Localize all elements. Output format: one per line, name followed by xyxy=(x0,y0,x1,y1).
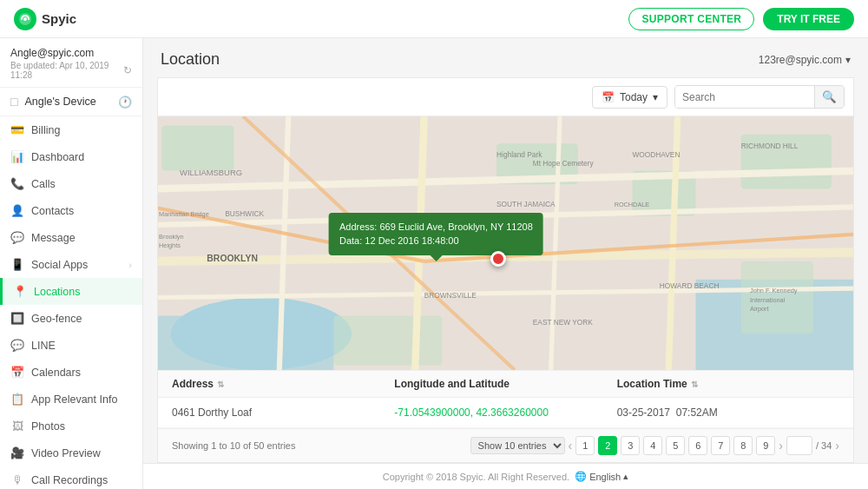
chevron-down-icon: ▾ xyxy=(653,91,658,103)
prev-page-icon[interactable]: ‹ xyxy=(569,439,573,453)
svg-text:Highland Park: Highland Park xyxy=(496,150,542,159)
nav-icon-line: 💬 xyxy=(10,339,24,352)
nav-label-social-apps: Social Apps xyxy=(31,259,88,271)
svg-text:Manhattan Bridge: Manhattan Bridge xyxy=(159,210,209,218)
cell-coords: -71.0543900000, 42.3663260000 xyxy=(394,406,616,419)
goto-page-icon[interactable]: › xyxy=(835,439,839,453)
sidebar-item-social-apps[interactable]: 📱 Social Apps › xyxy=(0,251,142,278)
support-center-button[interactable]: SUPPORT CENTER xyxy=(628,8,754,30)
calendar-icon: 📅 xyxy=(602,91,615,103)
page-7-button[interactable]: 7 xyxy=(711,436,730,455)
page-4-button[interactable]: 4 xyxy=(643,436,662,455)
page-jump-input[interactable] xyxy=(786,436,812,455)
sidebar-item-dashboard[interactable]: 📊 Dashboard xyxy=(0,143,142,170)
svg-rect-6 xyxy=(161,125,233,170)
logo: Spyic xyxy=(14,8,76,30)
page-total: / 34 xyxy=(816,440,832,451)
nav-label-video-preview: Video Preview xyxy=(31,447,101,459)
nav-icon-social-apps: 📱 xyxy=(10,258,24,271)
sort-icon-2[interactable]: ⇅ xyxy=(691,380,698,389)
table-row: 0461 Dorthy Loaf -71.0543900000, 42.3663… xyxy=(158,398,853,428)
sidebar-user-info: Angle@spyic.com Be updated: Apr 10, 2019… xyxy=(0,38,142,88)
device-icon: □ xyxy=(10,95,17,109)
svg-text:John F. Kennedy: John F. Kennedy xyxy=(750,287,798,294)
nav-label-contacts: Contacts xyxy=(31,205,74,217)
sidebar-item-call-recordings[interactable]: 🎙 Call Recordings xyxy=(0,466,142,489)
svg-text:HOWARD BEACH: HOWARD BEACH xyxy=(660,281,720,290)
language-selector[interactable]: 🌐 English ▴ xyxy=(575,471,628,482)
sidebar-item-video-preview[interactable]: 🎥 Video Preview xyxy=(0,439,142,466)
date-label: Today xyxy=(620,91,648,103)
search-box: 🔍 xyxy=(674,85,845,109)
svg-text:Airport: Airport xyxy=(750,305,769,313)
cell-address: 0461 Dorthy Loaf xyxy=(172,406,394,419)
last-updated: Be updated: Apr 10, 2019 11:28 ↻ xyxy=(10,61,132,80)
page-5-button[interactable]: 5 xyxy=(666,436,685,455)
svg-text:Mt Hope Cemetery: Mt Hope Cemetery xyxy=(533,159,595,168)
svg-text:Brooklyn: Brooklyn xyxy=(159,233,183,241)
sort-icon[interactable]: ⇅ xyxy=(217,380,224,389)
nav-label-billing: Billing xyxy=(31,124,60,136)
sidebar-item-line[interactable]: 💬 LINE xyxy=(0,332,142,359)
device-selector[interactable]: □ Angle's Device 🕐 xyxy=(0,88,142,116)
sidebar-item-geo-fence[interactable]: 🔲 Geo-fence xyxy=(0,305,142,332)
sidebar-item-photos[interactable]: 🖼 Photos xyxy=(0,413,142,439)
refresh-icon[interactable]: ↻ xyxy=(123,64,132,76)
main-content: Location 123re@spyic.com ▾ 📅 Today ▾ 🔍 xyxy=(143,38,868,489)
page-6-button[interactable]: 6 xyxy=(688,436,707,455)
nav-icon-message: 💬 xyxy=(10,231,24,244)
nav-icon-geo-fence: 🔲 xyxy=(10,312,24,325)
map-toolbar: 📅 Today ▾ 🔍 xyxy=(158,78,853,116)
search-button[interactable]: 🔍 xyxy=(814,86,844,108)
account-dropdown[interactable]: 123re@spyic.com ▾ xyxy=(759,54,851,66)
map-marker xyxy=(490,251,506,267)
chevron-up-icon: ▴ xyxy=(623,471,628,482)
logo-text: Spyic xyxy=(42,11,76,26)
sidebar-item-calls[interactable]: 📞 Calls xyxy=(0,170,142,197)
flag-icon: 🌐 xyxy=(575,471,587,482)
svg-rect-11 xyxy=(333,315,442,365)
nav-icon-calls: 📞 xyxy=(10,177,24,190)
page-9-button[interactable]: 9 xyxy=(756,436,775,455)
sidebar-item-message[interactable]: 💬 Message xyxy=(0,224,142,251)
sidebar-item-contacts[interactable]: 👤 Contacts xyxy=(0,197,142,224)
popup-address: Address: 669 Euclid Ave, Brooklyn, NY 11… xyxy=(339,220,533,235)
try-it-free-button[interactable]: TRY IT FREE xyxy=(763,8,854,30)
date-filter-button[interactable]: 📅 Today ▾ xyxy=(592,86,667,109)
nav-label-calendars: Calendars xyxy=(31,367,81,379)
table-header: Address ⇅ Longitude and Latitude Locatio… xyxy=(158,371,853,398)
sidebar-item-calendars[interactable]: 📅 Calendars xyxy=(0,359,142,386)
device-name: Angle's Device xyxy=(24,96,95,108)
svg-text:Heights: Heights xyxy=(159,241,181,249)
location-panel: 📅 Today ▾ 🔍 xyxy=(157,77,854,463)
nav-icon-video-preview: 🎥 xyxy=(10,446,24,459)
table-footer: Showing 1 to 10 of 50 entries Show 10 en… xyxy=(158,428,853,462)
search-input[interactable] xyxy=(675,87,814,108)
logo-icon xyxy=(14,8,36,30)
nav-label-geo-fence: Geo-fence xyxy=(31,313,82,325)
chevron-right-icon: › xyxy=(128,260,132,270)
clock-icon: 🕐 xyxy=(118,96,132,109)
header-actions: SUPPORT CENTER TRY IT FREE xyxy=(628,8,854,30)
page-8-button[interactable]: 8 xyxy=(733,436,753,455)
svg-text:International: International xyxy=(750,296,786,304)
page-1-button[interactable]: 1 xyxy=(575,436,595,455)
sidebar-item-locations[interactable]: 📍 Locations xyxy=(0,278,142,305)
sidebar-item-billing[interactable]: 💳 Billing xyxy=(0,116,142,143)
page-size-select[interactable]: Show 10 entries Show 25 entries Show 50 … xyxy=(470,437,565,454)
nav-icon-billing: 💳 xyxy=(10,123,24,136)
page-2-button[interactable]: 2 xyxy=(598,436,617,455)
sidebar-item-app-relevant[interactable]: 📋 App Relevant Info xyxy=(0,386,142,413)
page-3-button[interactable]: 3 xyxy=(621,436,640,455)
svg-text:SOUTH JAMAICA: SOUTH JAMAICA xyxy=(496,200,556,208)
nav-icon-photos: 🖼 xyxy=(10,420,24,433)
content-header: Location 123re@spyic.com ▾ xyxy=(143,38,868,77)
next-page-icon[interactable]: › xyxy=(779,439,783,453)
svg-text:BROOKLYN: BROOKLYN xyxy=(207,254,258,263)
col-address: Address ⇅ xyxy=(172,378,394,390)
svg-point-1 xyxy=(23,17,27,21)
sidebar: Angle@spyic.com Be updated: Apr 10, 2019… xyxy=(0,38,143,489)
svg-point-4 xyxy=(171,298,352,370)
nav-label-dashboard: Dashboard xyxy=(31,151,84,163)
map-container: WILLIAMSBURG BUSHWICK BROOKLYN BROWNSVIL… xyxy=(158,116,853,370)
